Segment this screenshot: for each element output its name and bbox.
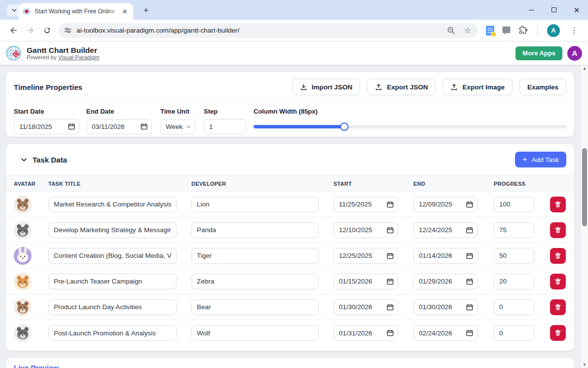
scroll-up-icon[interactable]: ▲ [581, 65, 588, 72]
task-end-date-input[interactable] [413, 299, 478, 315]
site-settings-icon [64, 27, 72, 34]
step-field: Step [204, 108, 246, 134]
task-table-row [6, 269, 574, 294]
reload-button[interactable] [38, 22, 55, 39]
import-json-button[interactable]: Import JSON [292, 79, 361, 95]
column-width-thumb[interactable] [340, 123, 348, 131]
scrollbar-thumb[interactable] [582, 148, 587, 226]
task-title-input[interactable] [48, 325, 177, 341]
task-table-row [6, 192, 574, 217]
export-json-button[interactable]: Export JSON [367, 79, 436, 95]
task-start-date-input[interactable] [333, 299, 398, 315]
extensions-puzzle-icon[interactable] [518, 26, 528, 35]
task-table-row [6, 217, 574, 243]
column-header-task-title: TASK TITLE [48, 181, 191, 187]
end-date-label: End Date [86, 108, 152, 115]
developer-input[interactable] [191, 325, 319, 341]
trash-icon [554, 227, 561, 234]
task-title-input[interactable] [48, 299, 177, 315]
bookmark-star-icon[interactable]: ☆ [464, 26, 471, 35]
user-avatar[interactable]: A [567, 46, 582, 61]
new-tab-button[interactable]: + [140, 4, 152, 17]
developer-input[interactable] [191, 248, 319, 264]
delete-task-button[interactable] [550, 197, 566, 212]
task-end-date-input[interactable] [413, 325, 478, 341]
time-unit-select[interactable]: Week [160, 119, 195, 134]
delete-task-button[interactable] [550, 222, 566, 238]
chrome-profile-avatar[interactable]: A [547, 24, 560, 37]
url-text: ai-toolbox.visual-paradigm.com/app/gantt… [76, 27, 447, 34]
task-start-date-input[interactable] [333, 197, 398, 212]
zoom-out-icon[interactable] [447, 26, 455, 35]
task-start-date-input[interactable] [333, 222, 398, 238]
chevron-down-icon [11, 7, 17, 13]
start-date-input[interactable] [14, 119, 79, 134]
progress-input[interactable] [494, 325, 534, 341]
task-start-date-input[interactable] [333, 248, 398, 264]
examples-button[interactable]: Examples [519, 79, 566, 95]
back-button[interactable] [5, 22, 22, 39]
forward-button[interactable] [22, 22, 38, 39]
progress-input[interactable] [494, 299, 534, 315]
app-header: Gantt Chart Builder Powered by Visual Pa… [0, 41, 588, 65]
visual-paradigm-favicon [23, 7, 31, 15]
end-date-input[interactable] [86, 119, 152, 134]
developer-input[interactable] [191, 222, 319, 238]
trash-icon [554, 329, 561, 336]
column-header-end: END [413, 181, 494, 187]
minimize-button[interactable] [520, 0, 543, 20]
column-header-developer: DEVELOPER [191, 181, 333, 187]
progress-input[interactable] [494, 197, 534, 212]
task-end-date-input[interactable] [413, 197, 478, 212]
tab-close-icon[interactable]: ✕ [120, 7, 129, 16]
add-task-button[interactable]: + Add Task [515, 152, 566, 167]
url-bar[interactable]: ai-toolbox.visual-paradigm.com/app/gantt… [58, 23, 478, 38]
task-start-date-input[interactable] [333, 274, 398, 289]
task-table-body [6, 192, 574, 346]
chrome-menu-icon[interactable]: ⋮ [570, 26, 578, 35]
page-scrollbar[interactable]: ▲ ▼ [581, 65, 588, 368]
progress-input[interactable] [494, 222, 534, 238]
reload-icon [43, 26, 51, 35]
close-button[interactable]: ✕ [565, 0, 588, 20]
task-title-input[interactable] [48, 222, 177, 238]
chat-extension-icon[interactable] [502, 26, 511, 35]
trash-icon [554, 252, 561, 259]
export-image-button[interactable]: Export Image [442, 79, 513, 95]
maximize-button[interactable] [543, 0, 565, 20]
developer-input[interactable] [191, 299, 319, 315]
column-width-field: Column Width (85px) [254, 108, 566, 134]
delete-task-button[interactable] [550, 299, 566, 315]
delete-task-button[interactable] [550, 325, 566, 341]
task-title-input[interactable] [48, 248, 177, 264]
tab-title: Start Working with Free Online [35, 8, 118, 15]
download-icon [300, 83, 307, 91]
step-input[interactable] [204, 119, 246, 134]
developer-input[interactable] [191, 197, 319, 212]
task-start-date-input[interactable] [333, 325, 398, 341]
task-end-date-input[interactable] [413, 222, 478, 238]
timeline-properties-title: Timeline Properties [14, 83, 82, 91]
docs-offline-extension-icon[interactable]: ↓ [486, 26, 494, 36]
task-end-date-input[interactable] [413, 248, 478, 264]
trash-icon [554, 278, 561, 285]
task-title-input[interactable] [48, 197, 177, 212]
task-title-input[interactable] [48, 274, 177, 289]
task-data-collapse-toggle[interactable]: Task Data [21, 156, 67, 164]
more-apps-button[interactable]: More Apps [515, 46, 562, 60]
bear-avatar [14, 298, 32, 316]
progress-input[interactable] [494, 274, 534, 289]
visual-paradigm-link[interactable]: Visual Paradigm [58, 54, 100, 60]
delete-task-button[interactable] [550, 248, 566, 264]
task-data-title: Task Data [33, 156, 67, 164]
progress-input[interactable] [494, 248, 534, 264]
chevron-down-icon [21, 157, 27, 163]
developer-input[interactable] [191, 274, 319, 289]
column-width-slider[interactable] [254, 119, 566, 134]
scroll-down-icon[interactable]: ▼ [581, 361, 588, 368]
column-width-fill [254, 125, 344, 128]
forward-arrow-icon [26, 26, 35, 35]
task-end-date-input[interactable] [413, 274, 478, 289]
browser-tab[interactable]: Start Working with Free Online ✕ [19, 3, 133, 20]
delete-task-button[interactable] [550, 274, 566, 289]
